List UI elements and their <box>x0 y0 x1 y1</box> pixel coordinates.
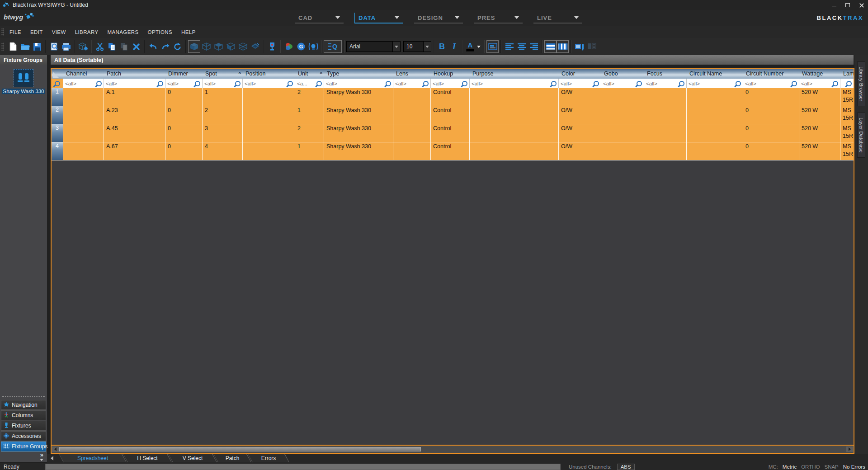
column-header-circuit-number[interactable]: Circuit Number <box>743 69 799 79</box>
cell-patch[interactable]: A.67 <box>104 142 165 160</box>
search-icon[interactable] <box>736 81 741 86</box>
delete-button[interactable] <box>130 40 142 53</box>
filter-input-hookup[interactable]: <all> <box>431 79 470 88</box>
cell-gobo[interactable] <box>601 88 644 106</box>
scroll-left-button[interactable] <box>52 446 59 452</box>
row-shading-button[interactable] <box>544 40 557 53</box>
column-header-purpose[interactable]: Purpose <box>470 69 559 79</box>
cell-unit[interactable]: 2 <box>295 124 324 142</box>
cell-unit[interactable]: 1 <box>295 106 324 124</box>
cell-spot[interactable]: 2 <box>203 106 243 124</box>
search-icon[interactable] <box>96 81 102 86</box>
cut-button[interactable] <box>94 40 106 53</box>
column-header-lamp[interactable]: Lamp <box>840 69 854 79</box>
copy-button[interactable] <box>106 40 118 53</box>
cell-position[interactable] <box>243 142 295 160</box>
search-icon[interactable] <box>386 81 391 86</box>
cell-patch[interactable]: A.23 <box>104 106 165 124</box>
print-preview-button[interactable] <box>48 40 60 53</box>
search-icon[interactable] <box>462 81 467 86</box>
maximize-button[interactable] <box>841 0 854 10</box>
cell-dimmer[interactable]: 0 <box>165 142 203 160</box>
font-color-button[interactable]: A <box>465 40 476 53</box>
cell-hookup[interactable]: Control <box>431 106 470 124</box>
italic-button[interactable]: I <box>448 40 460 53</box>
search-icon[interactable] <box>158 81 163 86</box>
view-wireframe-button[interactable] <box>200 40 212 53</box>
menu-view[interactable]: VIEW <box>52 29 66 35</box>
paste-button[interactable] <box>118 40 130 53</box>
cell-gobo[interactable] <box>601 124 644 142</box>
dropdown-caret-icon[interactable] <box>574 16 579 19</box>
cell-color[interactable]: O/W <box>559 124 601 142</box>
more-panels-chevron-icon[interactable]: » <box>40 452 43 458</box>
cell-purpose[interactable] <box>470 142 559 160</box>
column-header-type[interactable]: Type <box>324 69 393 79</box>
cell-circuit-number[interactable]: 0 <box>743 142 799 160</box>
search-icon[interactable] <box>833 81 838 86</box>
cell-lamp[interactable]: MS 15R <box>840 124 854 142</box>
filter-input-patch[interactable]: <all> <box>104 79 165 88</box>
cell-lens[interactable] <box>393 88 431 106</box>
panel-button-navigation[interactable]: Navigation <box>1 400 46 410</box>
minimize-button[interactable] <box>827 0 841 10</box>
save-button[interactable] <box>31 40 43 53</box>
menu-edit[interactable]: EDIT <box>30 29 43 35</box>
scroll-right-button[interactable] <box>846 446 853 452</box>
new-file-button[interactable] <box>7 40 19 53</box>
filter-corner-cell[interactable] <box>52 79 63 88</box>
cell-unit[interactable]: 2 <box>295 88 324 106</box>
error-status[interactable]: No Errors <box>843 464 865 470</box>
horizontal-scrollbar[interactable] <box>52 445 854 453</box>
filter-input-wattage[interactable]: <all> <box>799 79 840 88</box>
column-header-lens[interactable]: Lens <box>393 69 431 79</box>
cell-wattage[interactable]: 520 W <box>799 124 840 142</box>
cell-lens[interactable] <box>393 106 431 124</box>
cell-spot[interactable]: 3 <box>203 124 243 142</box>
cell-type[interactable]: Sharpy Wash 330 <box>324 88 393 106</box>
cell-hookup[interactable]: Control <box>431 88 470 106</box>
search-icon[interactable] <box>423 81 429 86</box>
filter-input-channel[interactable]: <all> <box>63 79 104 88</box>
cell-circuit-name[interactable] <box>687 124 743 142</box>
mode-tab-data[interactable]: DATA <box>354 13 403 24</box>
cell-circuit-number[interactable]: 0 <box>743 106 799 124</box>
ortho-toggle[interactable]: ORTHO <box>801 464 820 470</box>
row-number[interactable]: 2 <box>52 106 63 124</box>
cell-wattage[interactable]: 520 W <box>799 88 840 106</box>
cell-circuit-name[interactable] <box>687 106 743 124</box>
cell-circuit-number[interactable]: 0 <box>743 124 799 142</box>
cell-lens[interactable] <box>393 142 431 160</box>
search-icon[interactable] <box>792 81 797 86</box>
sheet-tab-h-select[interactable]: H Select <box>123 454 172 462</box>
fixture-group-item[interactable]: Sharpy Wash 330 <box>0 69 47 94</box>
cell-purpose[interactable] <box>470 124 559 142</box>
row-number[interactable]: 1 <box>52 88 63 106</box>
gobo-button[interactable]: G <box>295 40 307 53</box>
filter-input-unit[interactable]: <a... <box>295 79 324 88</box>
dock-tab-library-browser[interactable]: Library Browser <box>857 61 865 106</box>
quick-tools-button[interactable]: Q <box>324 40 342 53</box>
panel-button-columns[interactable]: Columns <box>1 410 46 420</box>
column-header-hookup[interactable]: Hookup <box>431 69 470 79</box>
panel-stack-grip[interactable] <box>2 396 45 399</box>
column-header-patch[interactable]: Patch <box>104 69 165 79</box>
cell-gobo[interactable] <box>601 142 644 160</box>
moving-light-button[interactable] <box>307 40 319 53</box>
mc-value[interactable]: Metric <box>783 464 797 470</box>
search-icon[interactable] <box>195 81 200 86</box>
dropdown-caret-icon[interactable] <box>455 16 459 19</box>
bold-button[interactable]: B <box>436 40 448 53</box>
search-icon[interactable] <box>55 81 60 86</box>
column-header-channel[interactable]: Channel <box>63 69 104 79</box>
view-flat-button[interactable] <box>249 40 261 53</box>
close-button[interactable] <box>854 0 868 10</box>
select-all-corner[interactable] <box>52 69 63 79</box>
panel-button-fixture-groups[interactable]: Fixture Groups <box>1 442 46 451</box>
search-icon[interactable] <box>846 81 852 86</box>
cell-circuit-name[interactable] <box>687 142 743 160</box>
menu-managers[interactable]: MANAGERS <box>108 29 139 35</box>
filter-input-lamp[interactable] <box>840 79 854 88</box>
column-header-dimmer[interactable]: Dimmer <box>165 69 203 79</box>
cell-channel[interactable] <box>63 124 104 142</box>
